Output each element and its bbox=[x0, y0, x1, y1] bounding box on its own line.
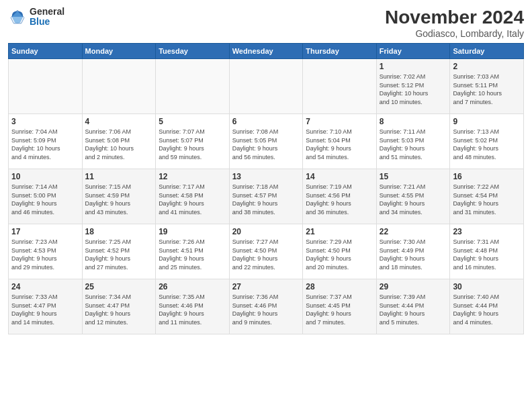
day-info: Sunrise: 7:04 AM Sunset: 5:09 PM Dayligh… bbox=[11, 128, 79, 161]
calendar-cell: 27Sunrise: 7:36 AM Sunset: 4:46 PM Dayli… bbox=[229, 279, 303, 334]
calendar-week-1: 1Sunrise: 7:02 AM Sunset: 5:12 PM Daylig… bbox=[9, 59, 524, 114]
day-info: Sunrise: 7:23 AM Sunset: 4:53 PM Dayligh… bbox=[11, 238, 79, 271]
day-number: 8 bbox=[380, 117, 447, 126]
calendar-cell: 29Sunrise: 7:39 AM Sunset: 4:44 PM Dayli… bbox=[376, 279, 450, 334]
day-info: Sunrise: 7:31 AM Sunset: 4:48 PM Dayligh… bbox=[453, 238, 521, 271]
th-monday: Monday bbox=[82, 44, 156, 59]
day-number: 1 bbox=[380, 62, 447, 71]
calendar-cell: 24Sunrise: 7:33 AM Sunset: 4:47 PM Dayli… bbox=[9, 279, 83, 334]
calendar-body: 1Sunrise: 7:02 AM Sunset: 5:12 PM Daylig… bbox=[9, 59, 524, 334]
day-info: Sunrise: 7:08 AM Sunset: 5:05 PM Dayligh… bbox=[232, 128, 300, 161]
calendar-cell: 16Sunrise: 7:22 AM Sunset: 4:54 PM Dayli… bbox=[450, 169, 524, 224]
calendar-title: November 2024 bbox=[385, 7, 524, 28]
calendar-cell: 19Sunrise: 7:26 AM Sunset: 4:51 PM Dayli… bbox=[156, 224, 230, 279]
day-number: 9 bbox=[453, 117, 521, 126]
day-number: 23 bbox=[453, 227, 521, 236]
day-info: Sunrise: 7:30 AM Sunset: 4:49 PM Dayligh… bbox=[380, 238, 447, 271]
header-row: General Blue November 2024 Godiasco, Lom… bbox=[8, 7, 524, 39]
day-number: 3 bbox=[11, 117, 79, 126]
day-info: Sunrise: 7:19 AM Sunset: 4:56 PM Dayligh… bbox=[306, 183, 373, 216]
title-block: November 2024 Godiasco, Lombardy, Italy bbox=[385, 7, 524, 39]
day-info: Sunrise: 7:22 AM Sunset: 4:54 PM Dayligh… bbox=[453, 183, 521, 216]
calendar-week-5: 24Sunrise: 7:33 AM Sunset: 4:47 PM Dayli… bbox=[9, 279, 524, 334]
day-number: 25 bbox=[85, 282, 153, 291]
day-number: 24 bbox=[11, 282, 79, 291]
day-number: 11 bbox=[85, 172, 153, 181]
calendar-cell bbox=[9, 59, 83, 114]
calendar-cell: 17Sunrise: 7:23 AM Sunset: 4:53 PM Dayli… bbox=[9, 224, 83, 279]
calendar-cell: 2Sunrise: 7:03 AM Sunset: 5:11 PM Daylig… bbox=[450, 59, 524, 114]
day-number: 5 bbox=[159, 117, 226, 126]
calendar-cell: 10Sunrise: 7:14 AM Sunset: 5:00 PM Dayli… bbox=[9, 169, 83, 224]
day-info: Sunrise: 7:34 AM Sunset: 4:47 PM Dayligh… bbox=[85, 293, 153, 326]
calendar-cell: 11Sunrise: 7:15 AM Sunset: 4:59 PM Dayli… bbox=[82, 169, 156, 224]
day-number: 28 bbox=[306, 282, 373, 291]
calendar-cell: 12Sunrise: 7:17 AM Sunset: 4:58 PM Dayli… bbox=[156, 169, 230, 224]
calendar-cell: 5Sunrise: 7:07 AM Sunset: 5:07 PM Daylig… bbox=[156, 114, 230, 169]
day-info: Sunrise: 7:25 AM Sunset: 4:52 PM Dayligh… bbox=[85, 238, 153, 271]
day-info: Sunrise: 7:37 AM Sunset: 4:45 PM Dayligh… bbox=[306, 293, 373, 326]
day-number: 27 bbox=[232, 282, 300, 291]
calendar-cell: 28Sunrise: 7:37 AM Sunset: 4:45 PM Dayli… bbox=[303, 279, 377, 334]
day-info: Sunrise: 7:17 AM Sunset: 4:58 PM Dayligh… bbox=[159, 183, 226, 216]
day-number: 12 bbox=[159, 172, 226, 181]
day-number: 21 bbox=[306, 227, 373, 236]
calendar-cell: 22Sunrise: 7:30 AM Sunset: 4:49 PM Dayli… bbox=[376, 224, 450, 279]
calendar-week-3: 10Sunrise: 7:14 AM Sunset: 5:00 PM Dayli… bbox=[9, 169, 524, 224]
day-info: Sunrise: 7:15 AM Sunset: 4:59 PM Dayligh… bbox=[85, 183, 153, 216]
day-info: Sunrise: 7:06 AM Sunset: 5:08 PM Dayligh… bbox=[85, 128, 153, 161]
calendar-cell: 25Sunrise: 7:34 AM Sunset: 4:47 PM Dayli… bbox=[82, 279, 156, 334]
day-info: Sunrise: 7:27 AM Sunset: 4:50 PM Dayligh… bbox=[232, 238, 300, 271]
calendar-cell bbox=[229, 59, 303, 114]
calendar-cell: 30Sunrise: 7:40 AM Sunset: 4:44 PM Dayli… bbox=[450, 279, 524, 334]
day-info: Sunrise: 7:14 AM Sunset: 5:00 PM Dayligh… bbox=[11, 183, 79, 216]
day-info: Sunrise: 7:18 AM Sunset: 4:57 PM Dayligh… bbox=[232, 183, 300, 216]
day-info: Sunrise: 7:10 AM Sunset: 5:04 PM Dayligh… bbox=[306, 128, 373, 161]
day-number: 19 bbox=[159, 227, 226, 236]
th-saturday: Saturday bbox=[450, 44, 524, 59]
calendar-cell: 8Sunrise: 7:11 AM Sunset: 5:03 PM Daylig… bbox=[376, 114, 450, 169]
day-info: Sunrise: 7:03 AM Sunset: 5:11 PM Dayligh… bbox=[453, 73, 521, 106]
logo-icon bbox=[8, 7, 27, 26]
calendar-cell: 21Sunrise: 7:29 AM Sunset: 4:50 PM Dayli… bbox=[303, 224, 377, 279]
calendar-cell: 26Sunrise: 7:35 AM Sunset: 4:46 PM Dayli… bbox=[156, 279, 230, 334]
day-number: 10 bbox=[11, 172, 79, 181]
day-number: 17 bbox=[11, 227, 79, 236]
calendar-cell: 4Sunrise: 7:06 AM Sunset: 5:08 PM Daylig… bbox=[82, 114, 156, 169]
logo-text: General Blue bbox=[30, 7, 64, 28]
th-friday: Friday bbox=[376, 44, 450, 59]
calendar-subtitle: Godiasco, Lombardy, Italy bbox=[385, 28, 524, 39]
day-number: 4 bbox=[85, 117, 153, 126]
day-number: 20 bbox=[232, 227, 300, 236]
calendar-cell: 14Sunrise: 7:19 AM Sunset: 4:56 PM Dayli… bbox=[303, 169, 377, 224]
day-number: 30 bbox=[453, 282, 521, 291]
calendar-cell: 3Sunrise: 7:04 AM Sunset: 5:09 PM Daylig… bbox=[9, 114, 83, 169]
th-wednesday: Wednesday bbox=[229, 44, 303, 59]
day-info: Sunrise: 7:02 AM Sunset: 5:12 PM Dayligh… bbox=[380, 73, 447, 106]
main-container: General Blue November 2024 Godiasco, Lom… bbox=[0, 0, 532, 340]
day-info: Sunrise: 7:11 AM Sunset: 5:03 PM Dayligh… bbox=[380, 128, 447, 161]
calendar-cell: 1Sunrise: 7:02 AM Sunset: 5:12 PM Daylig… bbox=[376, 59, 450, 114]
day-number: 16 bbox=[453, 172, 521, 181]
th-thursday: Thursday bbox=[303, 44, 377, 59]
day-info: Sunrise: 7:26 AM Sunset: 4:51 PM Dayligh… bbox=[159, 238, 226, 271]
day-info: Sunrise: 7:21 AM Sunset: 4:55 PM Dayligh… bbox=[380, 183, 447, 216]
day-number: 15 bbox=[380, 172, 447, 181]
th-tuesday: Tuesday bbox=[156, 44, 230, 59]
day-number: 26 bbox=[159, 282, 226, 291]
day-info: Sunrise: 7:33 AM Sunset: 4:47 PM Dayligh… bbox=[11, 293, 79, 326]
day-number: 18 bbox=[85, 227, 153, 236]
logo: General Blue bbox=[8, 7, 64, 28]
calendar-cell bbox=[156, 59, 230, 114]
day-number: 22 bbox=[380, 227, 447, 236]
calendar-cell: 7Sunrise: 7:10 AM Sunset: 5:04 PM Daylig… bbox=[303, 114, 377, 169]
day-info: Sunrise: 7:39 AM Sunset: 4:44 PM Dayligh… bbox=[380, 293, 447, 326]
day-info: Sunrise: 7:36 AM Sunset: 4:46 PM Dayligh… bbox=[232, 293, 300, 326]
th-sunday: Sunday bbox=[9, 44, 83, 59]
weekday-header-row: Sunday Monday Tuesday Wednesday Thursday… bbox=[9, 44, 524, 59]
day-number: 6 bbox=[232, 117, 300, 126]
calendar-cell: 6Sunrise: 7:08 AM Sunset: 5:05 PM Daylig… bbox=[229, 114, 303, 169]
calendar-cell bbox=[303, 59, 377, 114]
day-number: 14 bbox=[306, 172, 373, 181]
calendar-cell: 13Sunrise: 7:18 AM Sunset: 4:57 PM Dayli… bbox=[229, 169, 303, 224]
